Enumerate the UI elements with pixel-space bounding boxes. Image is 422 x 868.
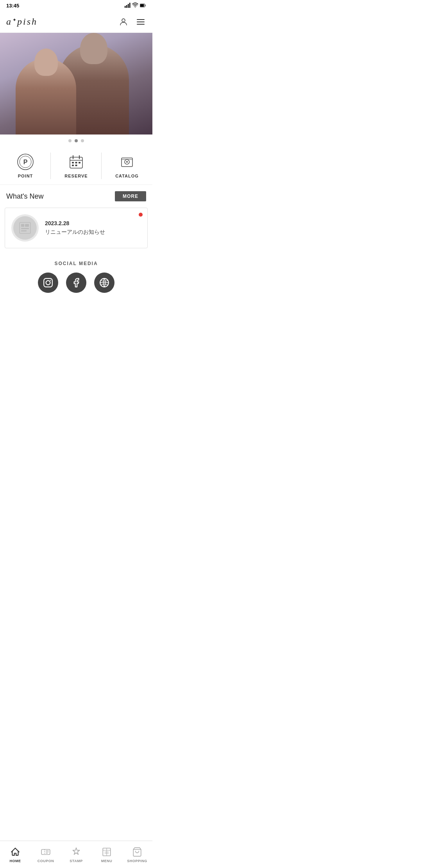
svg-rect-20 — [72, 165, 74, 166]
catalog-icon — [118, 153, 136, 170]
social-media-title: SOCIAL MEDIA — [6, 261, 146, 266]
instagram-button[interactable] — [38, 273, 58, 293]
website-button[interactable] — [94, 273, 114, 293]
quick-nav-reserve[interactable]: RESERVE — [51, 147, 102, 185]
news-thumbnail — [11, 214, 39, 242]
dot-2[interactable] — [75, 139, 78, 142]
facebook-icon — [71, 278, 81, 288]
svg-rect-18 — [75, 162, 77, 163]
hero-banner — [0, 33, 152, 135]
quick-nav-point[interactable]: P POINT — [0, 147, 51, 185]
wifi-icon — [132, 2, 138, 9]
hamburger-icon — [136, 17, 145, 27]
whats-new-header: What's New MORE — [0, 185, 152, 204]
svg-rect-3 — [129, 3, 131, 8]
figure-front — [16, 58, 76, 135]
svg-rect-31 — [44, 278, 52, 287]
svg-text:P: P — [23, 159, 28, 165]
point-label: POINT — [18, 174, 33, 178]
catalog-label: CATALOG — [115, 174, 139, 178]
point-icon: P — [17, 153, 34, 170]
signal-icon — [124, 2, 131, 9]
dot-3[interactable] — [81, 139, 84, 142]
facebook-button[interactable] — [66, 273, 86, 293]
svg-rect-29 — [21, 228, 29, 229]
more-button[interactable]: MORE — [115, 191, 146, 201]
svg-rect-1 — [126, 5, 127, 8]
globe-icon — [99, 278, 109, 288]
status-icons — [124, 2, 146, 9]
battery-icon — [140, 2, 146, 9]
social-media-section: SOCIAL MEDIA — [0, 251, 152, 299]
menu-button[interactable] — [135, 16, 146, 27]
bottom-spacer — [0, 299, 152, 323]
svg-rect-21 — [75, 165, 77, 166]
svg-rect-30 — [21, 230, 27, 231]
svg-rect-28 — [25, 224, 29, 227]
reserve-label: RESERVE — [64, 174, 88, 178]
news-date: 2023.2.28 — [45, 220, 141, 226]
news-thumbnail-image — [13, 216, 37, 240]
status-bar: 13:45 — [0, 0, 152, 11]
svg-rect-5 — [140, 4, 144, 7]
svg-rect-17 — [72, 162, 74, 163]
person-icon — [119, 17, 128, 27]
reserve-icon — [68, 153, 85, 170]
news-title: リニューアルのお知らせ — [45, 229, 141, 236]
svg-rect-0 — [125, 6, 126, 8]
news-card[interactable]: 2023.2.28 リニューアルのお知らせ — [5, 208, 148, 248]
quick-nav: P POINT RESERVE — [0, 147, 152, 185]
svg-rect-19 — [79, 162, 80, 163]
status-time: 13:45 — [6, 3, 19, 9]
quick-nav-catalog[interactable]: CATALOG — [102, 147, 152, 185]
news-content: 2023.2.28 リニューアルのお知らせ — [45, 220, 141, 236]
svg-rect-27 — [21, 224, 24, 227]
app-header: a✦pish — [0, 11, 152, 33]
app-logo: a✦pish — [6, 16, 38, 27]
news-new-badge — [139, 213, 143, 217]
carousel-dots — [0, 135, 152, 147]
svg-point-32 — [46, 281, 50, 285]
instagram-icon — [43, 278, 53, 288]
svg-point-33 — [50, 280, 51, 281]
hero-figures — [0, 33, 152, 135]
social-icons — [6, 273, 146, 293]
image-placeholder-icon — [19, 222, 31, 234]
whats-new-title: What's New — [6, 192, 43, 201]
profile-button[interactable] — [118, 16, 129, 27]
svg-point-6 — [122, 19, 125, 22]
dot-1[interactable] — [68, 139, 72, 142]
svg-rect-2 — [128, 4, 129, 8]
svg-point-24 — [126, 161, 128, 163]
header-icons — [118, 16, 146, 27]
